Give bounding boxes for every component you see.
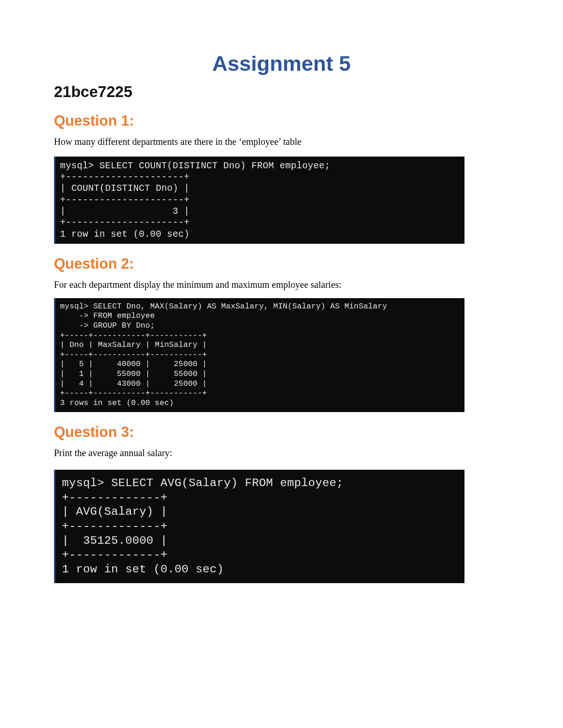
question-heading: Question 2: xyxy=(54,255,509,272)
question-heading: Question 1: xyxy=(54,113,509,129)
document-page: Assignment 5 21bce7225 Question 1: How m… xyxy=(0,0,563,623)
question-description: How many different departments are there… xyxy=(54,136,509,147)
question-heading: Question 3: xyxy=(54,424,509,441)
question-description: Print the average annual salary: xyxy=(54,448,509,458)
student-id: 21bce7225 xyxy=(54,83,509,101)
terminal-output: mysql> SELECT COUNT(DISTINCT Dno) FROM e… xyxy=(54,157,464,244)
question-block: Question 2: For each department display … xyxy=(54,255,509,412)
terminal-output: mysql> SELECT Dno, MAX(Salary) AS MaxSal… xyxy=(54,298,464,412)
question-block: Question 1: How many different departmen… xyxy=(54,113,509,244)
terminal-output: mysql> SELECT AVG(Salary) FROM employee;… xyxy=(54,470,464,583)
question-description: For each department display the minimum … xyxy=(54,279,509,290)
assignment-title: Assignment 5 xyxy=(54,52,509,76)
question-block: Question 3: Print the average annual sal… xyxy=(54,424,509,584)
